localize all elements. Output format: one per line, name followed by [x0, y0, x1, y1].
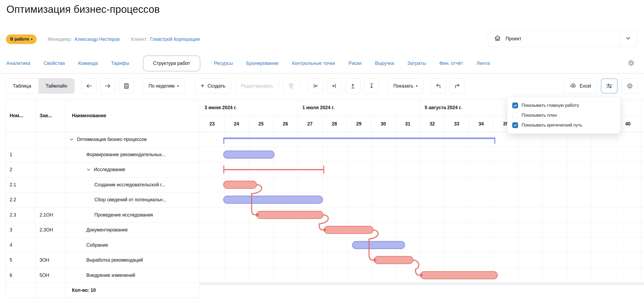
- tab-8[interactable]: Контрольные точки: [292, 61, 335, 66]
- show-dropdown[interactable]: Показать ▾: [388, 78, 423, 94]
- gantt-gear-button[interactable]: [622, 78, 638, 94]
- table-row[interactable]: Оптимизация бизнес-процессов: [6, 132, 200, 147]
- table-row[interactable]: 32.3ОНДокументирование: [6, 223, 200, 238]
- menu-item-label: Показывать главную работу: [522, 103, 579, 108]
- scroll-right-button[interactable]: [100, 78, 115, 94]
- move-to-end-button[interactable]: [327, 78, 342, 94]
- create-button[interactable]: + Создать: [195, 78, 231, 94]
- plus-icon: +: [201, 82, 204, 89]
- table-row[interactable]: 1Формирование рекомендательных...: [6, 147, 200, 163]
- footer-count: Кол-во: 10: [65, 283, 200, 298]
- checkbox-checked-icon[interactable]: [512, 122, 518, 128]
- gantt-gridline: [493, 132, 494, 283]
- gantt-bar-critical[interactable]: [324, 226, 373, 234]
- gantt-gridline: [616, 132, 616, 283]
- gantt-bar-critical[interactable]: [223, 181, 257, 189]
- gantt-month-header: 5 августа 2024 г.: [420, 100, 518, 116]
- client-link[interactable]: Главстрой Корпорация: [150, 37, 200, 42]
- menu-item-checkbox[interactable]: Показывать главную работу: [512, 100, 615, 110]
- tab-9[interactable]: Риски: [348, 61, 361, 66]
- checkbox-unchecked-icon[interactable]: [512, 112, 518, 118]
- gantt-bar[interactable]: [223, 151, 275, 159]
- task-dependency: [36, 162, 65, 177]
- tab-13[interactable]: Лента: [477, 61, 490, 66]
- view-table-button[interactable]: Таблица: [6, 78, 38, 93]
- table-row[interactable]: 2.32.1ОНПроведение исследования: [6, 208, 200, 223]
- view-toggle: Таблица Таймлайн: [5, 78, 75, 94]
- gantt-week-number: 30: [371, 116, 396, 132]
- footer-dependency-cell: [36, 283, 65, 298]
- tab-11[interactable]: Затраты: [407, 61, 426, 66]
- table-row[interactable]: 2Исследование: [6, 162, 200, 178]
- tab-10[interactable]: Выручка: [375, 61, 394, 66]
- calendar-button[interactable]: [119, 78, 134, 94]
- view-timeline-button[interactable]: Таймлайн: [38, 78, 75, 93]
- gantt-summary-bar[interactable]: [223, 137, 495, 139]
- task-number: 4: [6, 238, 36, 253]
- status-badge[interactable]: В работе ▾: [6, 34, 37, 44]
- move-to-start-button[interactable]: [308, 78, 323, 94]
- gantt-bar-critical[interactable]: [420, 271, 498, 279]
- table-header: Ном... Зав... Наименование: [6, 100, 200, 132]
- task-number: 5: [6, 253, 36, 268]
- project-switcher-main[interactable]: Проект: [488, 31, 619, 47]
- checkbox-checked-icon[interactable]: [512, 103, 518, 108]
- table-row[interactable]: 65ОНВнедрение изменений: [6, 268, 200, 283]
- gantt-bar[interactable]: [352, 241, 405, 249]
- gantt-week-number: 27: [298, 116, 322, 132]
- gantt-bottom-band: [200, 283, 644, 285]
- gantt-week-number: 32: [420, 116, 445, 132]
- move-up-button[interactable]: [345, 78, 360, 94]
- move-down-button[interactable]: [364, 78, 379, 94]
- project-switcher-label: Проект: [506, 36, 521, 42]
- task-name-cell: Документирование: [65, 223, 200, 238]
- delete-button[interactable]: [283, 78, 299, 94]
- gantt-body[interactable]: [200, 132, 644, 283]
- tab-5[interactable]: Структура работ: [143, 55, 201, 72]
- gantt-bar-critical[interactable]: [374, 256, 413, 264]
- gantt-group-bar[interactable]: [223, 169, 324, 170]
- table-footer: Кол-во: 10: [6, 283, 200, 298]
- task-name: Сбор сведений от потенциальн...: [94, 197, 167, 203]
- tab-6[interactable]: Ресурсы: [214, 61, 233, 66]
- tab-2[interactable]: Свойства: [44, 61, 65, 66]
- tab-1[interactable]: Аналитика: [6, 61, 30, 66]
- task-name: Документирование: [86, 227, 128, 233]
- scroll-left-button[interactable]: [82, 78, 97, 94]
- table-row[interactable]: 53ОНВыработка рекомендаций: [6, 253, 200, 268]
- task-name: Формирование рекомендательных...: [86, 152, 166, 158]
- table-row[interactable]: 2.2Сбор сведений от потенциальн...: [6, 192, 200, 208]
- excel-export-button[interactable]: Excel: [564, 78, 597, 94]
- status-badge-label: В работе: [10, 37, 29, 42]
- gantt-rowline: [200, 162, 644, 162]
- timeline-settings-button[interactable]: [601, 78, 618, 94]
- column-header-number: Ном...: [6, 100, 36, 132]
- redo-button[interactable]: [450, 78, 465, 94]
- table-row[interactable]: 2.1Создание исследовательской г...: [6, 178, 200, 193]
- scale-dropdown[interactable]: По неделям ▾: [142, 78, 184, 94]
- gantt-bar-critical[interactable]: [256, 211, 323, 219]
- gantt-gridline: [567, 132, 567, 283]
- tab-12[interactable]: Фин. отчёт: [439, 61, 463, 66]
- menu-item-checkbox[interactable]: Показывать план: [512, 110, 615, 120]
- menu-item-label: Показывать критический путь: [522, 123, 582, 128]
- tabs-gear-icon[interactable]: [627, 59, 635, 68]
- gantt-rowline: [200, 237, 644, 238]
- home-icon: [494, 35, 501, 43]
- tab-7[interactable]: Бронирование: [246, 61, 279, 66]
- edit-button[interactable]: Редактировать: [235, 78, 279, 94]
- project-switcher-caret[interactable]: [619, 31, 637, 47]
- table-row[interactable]: 4Собрание: [6, 238, 200, 253]
- menu-item-checkbox[interactable]: Показывать критический путь: [512, 120, 615, 130]
- task-name-cell: Сбор сведений от потенциальн...: [65, 192, 200, 207]
- collapse-chevron-icon[interactable]: [86, 167, 91, 172]
- tab-4[interactable]: Тарифы: [111, 61, 129, 66]
- gantt-week-number: 31: [396, 116, 420, 132]
- undo-button[interactable]: [431, 78, 446, 94]
- manager-link[interactable]: Александр Нестеров: [74, 37, 120, 42]
- tab-3[interactable]: Команда: [78, 61, 98, 66]
- gantt-bar[interactable]: [223, 196, 323, 204]
- task-name: Выработка рекомендаций: [86, 257, 143, 263]
- collapse-chevron-icon[interactable]: [69, 137, 74, 142]
- chevron-down-icon: ▾: [416, 84, 418, 88]
